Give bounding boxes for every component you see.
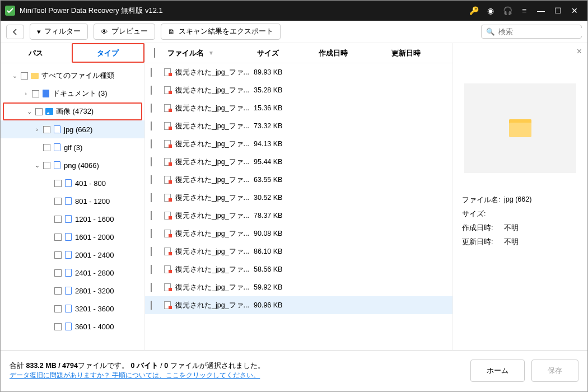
- tree-item[interactable]: 2001 - 2400: [1, 246, 144, 264]
- tree-item[interactable]: 1601 - 2000: [1, 228, 144, 246]
- close-icon[interactable]: ✕: [566, 6, 583, 15]
- tree-checkbox[interactable]: [54, 234, 62, 241]
- file-checkbox[interactable]: [151, 139, 152, 148]
- file-name: 復元された_jpg_ファ...: [175, 139, 249, 149]
- file-row[interactable]: 復元された_jpg_ファ...89.93 KB: [145, 63, 452, 81]
- file-name: 復元された_jpg_ファ...: [175, 104, 249, 113]
- tree-checkbox[interactable]: [32, 90, 39, 97]
- file-icon: [64, 179, 73, 188]
- file-checkbox[interactable]: [151, 86, 152, 95]
- file-checkbox[interactable]: [151, 122, 152, 130]
- tree-checkbox[interactable]: [21, 72, 28, 80]
- tree-arrow-icon: ›: [33, 126, 41, 133]
- tree-checkbox[interactable]: [54, 269, 62, 277]
- file-checkbox[interactable]: [151, 175, 152, 184]
- file-row[interactable]: 復元された_jpg_ファ...58.56 KB: [145, 260, 452, 278]
- folder-icon: [509, 119, 531, 137]
- tree-item[interactable]: ›jpg (662): [1, 120, 144, 138]
- column-size[interactable]: サイズ: [254, 48, 315, 58]
- search-box[interactable]: 🔍: [481, 25, 582, 39]
- app-title: MiniTool Power Data Recovery 無料版 v12.1: [20, 6, 465, 16]
- jpg-icon: [164, 283, 172, 291]
- tree-item[interactable]: 801 - 1200: [1, 192, 144, 210]
- file-row[interactable]: 復元された_jpg_ファ...63.55 KB: [145, 171, 452, 189]
- tree-label: 3601 - 4000: [75, 323, 114, 331]
- file-row[interactable]: 復元された_jpg_ファ...90.08 KB: [145, 225, 452, 242]
- tree-item[interactable]: 2801 - 3200: [1, 282, 144, 300]
- tree-checkbox[interactable]: [54, 180, 62, 187]
- tree-checkbox[interactable]: [54, 251, 62, 259]
- file-row[interactable]: 復元された_jpg_ファ...30.52 KB: [145, 189, 452, 207]
- select-all-checkbox[interactable]: [154, 48, 155, 58]
- tree-item[interactable]: ⌄すべてのファイル種類: [1, 67, 144, 85]
- file-row[interactable]: 復元された_jpg_ファ...59.92 KB: [145, 278, 452, 296]
- file-name: 復元された_jpg_ファ...: [175, 229, 249, 239]
- file-row[interactable]: 復元された_jpg_ファ...15.36 KB: [145, 99, 452, 117]
- img-icon: [45, 107, 54, 116]
- tree-label: 2801 - 3200: [75, 287, 114, 295]
- jpg-icon: [164, 68, 172, 76]
- file-row[interactable]: 復元された_jpg_ファ...35.28 KB: [145, 81, 452, 99]
- tree-checkbox[interactable]: [54, 287, 62, 295]
- tree-item[interactable]: 1201 - 1600: [1, 210, 144, 228]
- file-checkbox[interactable]: [151, 68, 152, 77]
- search-input[interactable]: [498, 28, 586, 36]
- filter-button[interactable]: ▾ フィルター: [30, 24, 88, 40]
- tree-checkbox[interactable]: [54, 216, 62, 223]
- tree-item[interactable]: 3601 - 4000: [1, 318, 144, 335]
- tree-item[interactable]: 2401 - 2800: [1, 264, 144, 282]
- file-row[interactable]: 復元された_jpg_ファ...95.44 KB: [145, 153, 452, 171]
- preview-thumbnail: [464, 83, 576, 173]
- preview-button[interactable]: 👁 プレビュー: [94, 24, 155, 40]
- tab-type[interactable]: タイプ: [72, 43, 145, 63]
- column-name[interactable]: ファイル名▼: [164, 48, 254, 58]
- tree-item[interactable]: 3201 - 3600: [1, 300, 144, 318]
- tree-item[interactable]: 401 - 800: [1, 174, 144, 192]
- file-row[interactable]: 復元された_jpg_ファ...94.13 KB: [145, 135, 452, 153]
- file-name: 復元された_jpg_ファ...: [175, 86, 249, 95]
- tree-checkbox[interactable]: [43, 126, 50, 133]
- tab-path[interactable]: パス: [1, 43, 72, 63]
- tree-checkbox[interactable]: [54, 305, 62, 312]
- file-checkbox[interactable]: [151, 247, 152, 256]
- tree-checkbox[interactable]: [43, 144, 50, 151]
- file-checkbox[interactable]: [151, 301, 152, 310]
- headset-icon[interactable]: 🎧: [499, 6, 516, 15]
- tree-item[interactable]: gif (3): [1, 138, 144, 156]
- tree-item[interactable]: ⌄画像 (4732): [3, 102, 142, 120]
- file-row[interactable]: 復元された_jpg_ファ...78.37 KB: [145, 207, 452, 225]
- file-checkbox[interactable]: [151, 157, 152, 166]
- tree-checkbox[interactable]: [35, 108, 43, 115]
- tree-item[interactable]: ⌄png (4066): [1, 156, 144, 174]
- minimize-icon[interactable]: —: [533, 6, 549, 15]
- globe-icon[interactable]: ◉: [482, 6, 499, 15]
- file-size: 95.44 KB: [254, 158, 315, 166]
- tree-checkbox[interactable]: [54, 198, 62, 205]
- preview-close-icon[interactable]: ×: [577, 46, 582, 57]
- help-link[interactable]: データ復旧に問題がありますか？ 手順については、ここをクリックしてください。: [10, 371, 260, 379]
- file-row[interactable]: 復元された_jpg_ファ...73.32 KB: [145, 117, 452, 135]
- file-checkbox[interactable]: [151, 265, 152, 274]
- column-modified[interactable]: 更新日時: [388, 48, 433, 58]
- app-logo-icon: [5, 6, 15, 16]
- back-button[interactable]: [6, 25, 24, 39]
- column-created[interactable]: 作成日時: [315, 48, 388, 58]
- file-checkbox[interactable]: [151, 229, 152, 238]
- file-row[interactable]: 復元された_jpg_ファ...90.96 KB: [145, 296, 452, 314]
- file-row[interactable]: 復元された_jpg_ファ...86.10 KB: [145, 242, 452, 260]
- file-size: 86.10 KB: [254, 248, 315, 255]
- menu-icon[interactable]: ≡: [516, 6, 533, 15]
- save-button[interactable]: 保存: [531, 360, 578, 382]
- tree-item[interactable]: ›ドキュメント (3): [1, 85, 144, 102]
- tree-checkbox[interactable]: [43, 162, 50, 169]
- tree-checkbox[interactable]: [54, 323, 62, 330]
- home-button[interactable]: ホーム: [470, 360, 525, 382]
- file-checkbox[interactable]: [151, 283, 152, 292]
- file-checkbox[interactable]: [151, 193, 152, 202]
- maximize-icon[interactable]: ☐: [549, 6, 566, 15]
- file-checkbox[interactable]: [151, 104, 152, 113]
- jpg-icon: [164, 122, 172, 130]
- key-icon[interactable]: 🔑: [465, 6, 482, 15]
- file-checkbox[interactable]: [151, 211, 152, 220]
- export-button[interactable]: 🗎 スキャン結果をエクスポート: [161, 24, 281, 40]
